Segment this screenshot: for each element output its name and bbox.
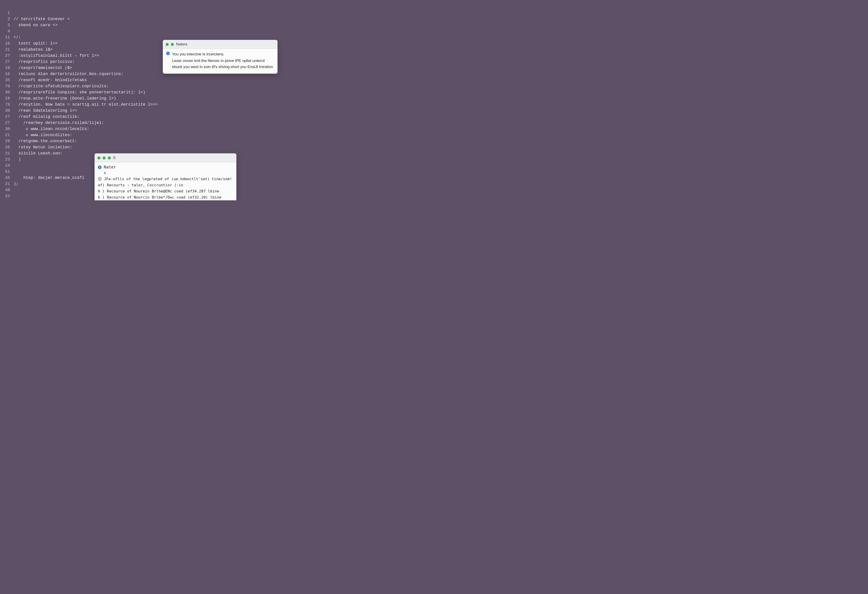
line-number: 27 (0, 120, 13, 126)
line-number: 21 (0, 132, 13, 138)
code-line[interactable]: 27 /rearbey detersiale.rsilad/lijel: (0, 120, 293, 126)
line-number: 23 (0, 157, 13, 163)
code-line[interactable]: 19 /resp.acte-freserine (Donel.ladering … (0, 95, 293, 102)
line-number: 21 (0, 181, 13, 187)
code-text[interactable]: ◇ www.ilean.nccod/lecelts: (13, 126, 293, 132)
line-number: 30 (0, 126, 13, 132)
code-text[interactable]: shend no care <> (13, 22, 293, 28)
code-text[interactable]: /retgnme.the.concerbatt: (13, 138, 293, 144)
notification-popup-naters: Naters i You you intercine Is trcerctens… (163, 40, 278, 74)
line-number: 30 (0, 108, 13, 114)
line-number: 35 (0, 77, 13, 83)
line-number: 16 (0, 71, 13, 77)
popup-message-body: Leser oncen tmil the Nenoic in plove IPE… (172, 58, 274, 70)
code-text[interactable]: // tercrifate Conever < (13, 16, 293, 22)
code-text[interactable]: /resprirarefile Conpıns: she ponverterta… (13, 89, 293, 95)
code-text[interactable]: /rean Sdatelaterling l>> (13, 108, 293, 114)
line-number: 1 (0, 10, 13, 16)
line-number: 27 (0, 53, 13, 59)
line-number: 25 (0, 199, 13, 200)
window-dot-icon[interactable] (171, 43, 174, 46)
code-text[interactable]: /rearbey detersiale.rsilad/lijel: (13, 120, 293, 126)
line-number: 29 (0, 138, 13, 144)
code-line[interactable]: 26 rstoy Netun loclation: (0, 144, 293, 150)
code-line[interactable]: 30 ◇ www.ilean.nccod/lecelts: (0, 126, 293, 132)
line-number: 11 (0, 34, 13, 40)
info-icon: i (98, 165, 102, 169)
popup-body-line: af) Recourts : talor, Coccruntior (:in (98, 182, 233, 188)
window-dot-icon[interactable] (108, 157, 111, 160)
line-number: 26 (0, 144, 13, 150)
code-line[interactable]: 11</: (0, 34, 293, 40)
popup-message-line: You you intercine Is trcerctens. (172, 51, 274, 57)
code-text[interactable]: /resp.acte-freserine (Donel.ladering l>) (13, 95, 293, 102)
line-number: 79 (0, 83, 13, 89)
code-text[interactable]: ◇ www.ilecocdlites: (13, 132, 293, 138)
popup-title: Naters (176, 42, 187, 47)
window-dot-icon[interactable] (103, 157, 106, 160)
line-number: 79 (0, 102, 13, 108)
code-line[interactable]: 29 /retgnme.the.concerbatt: (0, 138, 293, 144)
code-line[interactable]: 30 /resprirarefile Conpıns: she ponverte… (0, 89, 293, 95)
popup-subheading: s (98, 170, 233, 176)
notification-popup-nater: S i Nater s Ⓞ JFe-oflls of the legprated… (94, 153, 236, 200)
line-number: 45 (0, 175, 13, 181)
code-text[interactable]: /rcspriite-sfatublesplarn.copricults: (13, 83, 293, 89)
popup-message: You you intercine Is trcerctens. Leser o… (172, 51, 274, 70)
line-number: 48 (0, 187, 13, 193)
code-text[interactable]: </: (13, 34, 293, 40)
code-text[interactable]: /recytion. Now bate = scartig.ail tr els… (13, 102, 293, 108)
code-text[interactable] (13, 10, 293, 16)
line-number: 2 (0, 16, 13, 22)
info-icon: i (166, 52, 170, 55)
code-text[interactable]: /resoft acedr· bnlodlcſetaks (13, 77, 293, 83)
popup-title: S (113, 155, 115, 160)
code-line[interactable]: 3 shend no care <> (0, 22, 293, 28)
line-number: 16 (0, 40, 13, 47)
code-line[interactable]: 4 (0, 28, 293, 34)
code-line[interactable]: 79 /rcspriite-sfatublesplarn.copricults: (0, 83, 293, 89)
line-number: 18 (0, 65, 13, 71)
code-text[interactable]: rstoy Netun loclation: (13, 144, 293, 150)
code-line[interactable]: 21 ◇ www.ilecocdlites: (0, 132, 293, 138)
popup-body-line: Ⓞ JFe-oflls of the legprated of (ue.hdmo… (98, 176, 233, 182)
line-number: 4 (0, 28, 13, 34)
line-number: 21 (0, 150, 13, 157)
line-number: 51 (0, 169, 13, 175)
code-line[interactable]: 35 /resoft acedr· bnlodlcſetaks (0, 77, 293, 83)
code-text[interactable]: /resf milalig contactilk: (13, 114, 293, 120)
line-number: 27 (0, 114, 13, 120)
line-number: 21 (0, 47, 13, 53)
line-number: 27 (0, 59, 13, 65)
code-text[interactable] (13, 28, 293, 34)
popup-body-line: 6 ) Recource of Nourcin Brlbe*/Dwc coad … (98, 194, 233, 200)
popup-heading: Nater (104, 165, 116, 169)
code-line[interactable]: 79 /recytion. Now bate = scartig.ail tr … (0, 102, 293, 108)
code-line[interactable]: 30 /rean Sdatelaterling l>> (0, 108, 293, 114)
popup-body-line: 6 ) Recource of Nourein Brlhe@ENc coad (… (98, 188, 233, 194)
popup-titlebar[interactable]: Naters (163, 40, 278, 49)
line-number: 3 (0, 22, 13, 28)
window-dot-icon[interactable] (166, 43, 168, 46)
code-line[interactable]: 1 (0, 10, 293, 16)
code-line[interactable]: 2// tercrifate Conever < (0, 16, 293, 22)
line-number: 22 (0, 193, 13, 199)
popup-titlebar[interactable]: S (95, 154, 236, 163)
window-dot-icon[interactable] (97, 157, 100, 160)
line-number: 30 (0, 89, 13, 95)
code-line[interactable]: 27 /resf milalig contactilk: (0, 114, 293, 120)
line-number: 19 (0, 95, 13, 102)
line-number: 24 (0, 163, 13, 169)
